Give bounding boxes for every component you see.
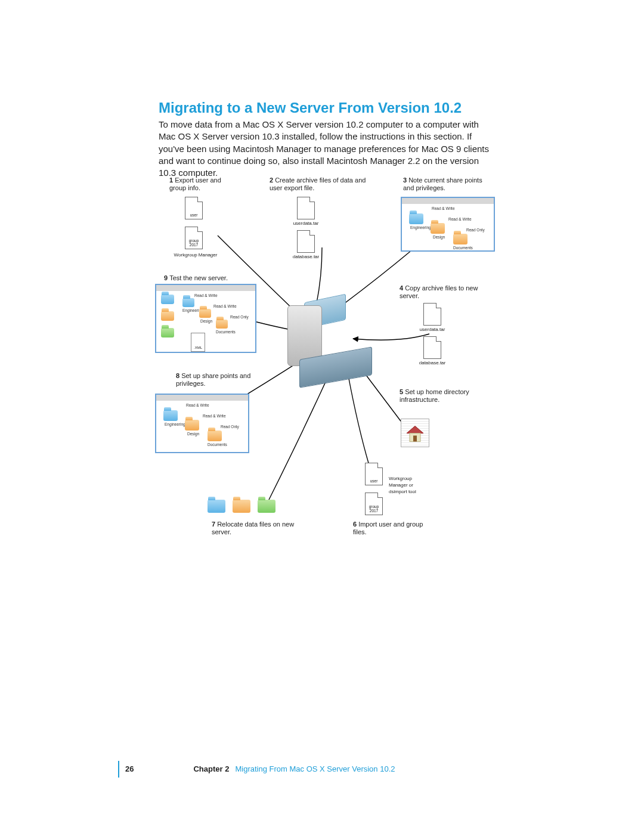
folder-icon (163, 410, 178, 421)
database-label-2: database.tar (414, 360, 451, 367)
folder-icon (208, 431, 222, 441)
file-database-icon (423, 336, 441, 359)
house-box (401, 419, 429, 447)
folder-icon (216, 320, 228, 329)
step1-label: 1Export user and group info. (169, 176, 235, 192)
file-group-icon: group 2017 (185, 227, 203, 249)
folder-icon (453, 234, 467, 244)
step2-label: 2Create archive files of data and user e… (270, 176, 368, 192)
file-user-icon: user (185, 197, 203, 219)
page-footer: 26 Chapter 2 Migrating From Mac OS X Ser… (118, 761, 395, 778)
folder-icon (161, 295, 174, 304)
file-userdata-icon (297, 197, 315, 219)
house-icon (405, 425, 425, 443)
file-database-icon (297, 230, 315, 253)
page-number: 26 (125, 764, 134, 775)
step9-label: 9Test the new server. (164, 274, 242, 282)
folder-icon (182, 298, 194, 307)
folder-icon (258, 500, 275, 513)
folder-icon (199, 309, 211, 318)
svg-rect-2 (413, 436, 417, 442)
wgm-ds-caption: Workgroup Manager or dsimport tool (389, 476, 428, 495)
migration-diagram: 1Export user and group info. 2Create arc… (155, 173, 504, 555)
document-page: Migrating to a New Server From Version 1… (0, 0, 644, 833)
sharepoints-window-8: Read & Write Engineering Read & Write De… (155, 394, 249, 453)
folder-icon (208, 500, 225, 513)
wgm-caption: Workgroup Manager (172, 252, 219, 259)
database-label-1: database.tar (287, 254, 324, 261)
xml-file-icon: .XML (191, 333, 205, 352)
folder-icon (161, 328, 174, 337)
heading: Migrating to a New Server From Version 1… (159, 98, 462, 117)
svg-marker-0 (407, 426, 423, 433)
userdata-label-1: userdata.tar (287, 221, 324, 227)
step8-label: 8Set up share points and privileges. (176, 372, 259, 388)
file-group-icon: group 2017 (365, 493, 383, 515)
file-userdata-icon (423, 303, 441, 326)
folder-icon (185, 420, 199, 431)
folder-icon (233, 500, 250, 513)
folder-icon (409, 213, 423, 224)
chapter-title: Migrating From Mac OS X Server Version 1… (235, 764, 395, 775)
sharepoints-window-3: Read & Write Engineering Read & Write De… (401, 197, 495, 252)
chapter-label: Chapter 2 (193, 764, 229, 775)
folder-icon (161, 311, 174, 321)
sharepoints-window-9: Read & Write Engineering Read & Write De… (155, 284, 256, 353)
folder-icon (431, 223, 445, 234)
step7-label: 7Relocate data files on new server. (212, 521, 295, 536)
server-icon (287, 298, 341, 370)
userdata-label-2: userdata.tar (414, 327, 451, 333)
step3-label: 3Note current share points and privilege… (403, 176, 493, 192)
step4-label: 4Copy archive files to new server. (400, 284, 483, 300)
step5-label: 5Set up home directory infrastructure. (400, 388, 489, 404)
file-user-icon: user (365, 463, 383, 485)
intro-paragraph: To move data from a Mac OS X Server vers… (159, 119, 495, 179)
step6-label: 6Import user and group files. (353, 521, 431, 536)
